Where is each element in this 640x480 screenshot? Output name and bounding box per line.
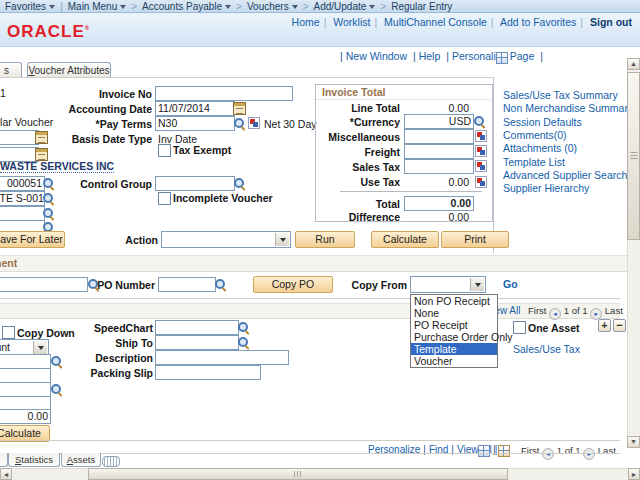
new-window-link[interactable]: New Window: [346, 50, 407, 62]
attachments-link[interactable]: Attachments (0): [503, 142, 577, 154]
invoice-date-input[interactable]: [0, 130, 39, 145]
go-link[interactable]: Go: [503, 278, 518, 290]
accounting-date-input[interactable]: 11/07/2014: [155, 101, 235, 116]
sales-use-tax-link[interactable]: Sales/Use Tax: [513, 343, 580, 355]
total-input[interactable]: 0.00: [404, 196, 474, 211]
supplier-name-link[interactable]: WASTE SERVICES INC: [0, 160, 114, 173]
po-number-input[interactable]: [158, 277, 216, 292]
comments-link[interactable]: Comments(0): [503, 129, 567, 141]
pay-terms-input[interactable]: N30: [155, 116, 235, 131]
freight-input[interactable]: [404, 144, 474, 159]
multichannel-console-link[interactable]: MultiChannel Console: [384, 16, 487, 28]
pay-terms-detail-icon[interactable]: [248, 117, 260, 129]
incomplete-voucher-checkbox[interactable]: [158, 192, 171, 205]
speedchart-lookup-icon[interactable]: [237, 321, 250, 334]
vertical-scroll-thumb[interactable]: [627, 72, 640, 240]
supplier-location-lookup-icon[interactable]: [42, 207, 55, 220]
zoom-grid-icon[interactable]: [478, 445, 490, 457]
sales-tax-input[interactable]: [404, 159, 474, 174]
sales-tax-detail-icon[interactable]: [475, 160, 487, 172]
item-lookup-icon[interactable]: [50, 355, 63, 368]
description-input[interactable]: [155, 350, 289, 365]
option-purchase-order-only[interactable]: Purchase Order Only: [411, 331, 497, 343]
scroll-up-icon[interactable]: ▲: [627, 58, 640, 70]
uom-input[interactable]: [0, 382, 51, 397]
download-icon[interactable]: [498, 445, 510, 457]
ship-to-lookup-icon[interactable]: [237, 336, 250, 349]
next-page-icon[interactable]: ▸: [583, 448, 595, 460]
po-number-lookup-icon[interactable]: [214, 278, 227, 291]
option-non-po-receipt[interactable]: Non PO Receipt: [411, 295, 497, 307]
option-none[interactable]: None: [411, 307, 497, 319]
supplier-shortname-input[interactable]: WASTE S-001: [0, 191, 45, 206]
session-defaults-link[interactable]: Session Defaults: [503, 116, 582, 128]
previous-page-icon[interactable]: ◂: [549, 308, 561, 320]
currency-input[interactable]: USD: [404, 114, 474, 129]
ship-to-input[interactable]: [155, 335, 239, 350]
add-row-button[interactable]: +: [598, 319, 611, 332]
run-button[interactable]: Run: [295, 231, 355, 248]
home-link[interactable]: Home: [292, 16, 320, 28]
supplier-location-input[interactable]: [0, 206, 45, 221]
favorites-menu[interactable]: Favorites: [5, 1, 55, 12]
main-menu[interactable]: Main Menu: [68, 1, 126, 12]
freight-detail-icon[interactable]: [475, 145, 487, 157]
breadcrumb-accounts-payable[interactable]: Accounts Payable: [142, 1, 231, 12]
calculate-button[interactable]: Calculate: [371, 231, 439, 248]
previous-page-icon[interactable]: ◂: [542, 448, 554, 460]
worklist-link[interactable]: Worklist: [333, 16, 370, 28]
quantity-input[interactable]: [0, 368, 51, 383]
tab-voucher-attributes[interactable]: Voucher Attributes: [27, 62, 111, 78]
scroll-left-icon[interactable]: ◄: [0, 468, 12, 480]
pay-terms-lookup-icon[interactable]: [233, 117, 246, 130]
invoice-no-input[interactable]: [155, 86, 293, 101]
calendar-icon[interactable]: [233, 102, 246, 115]
action-select[interactable]: [161, 231, 291, 248]
sales-use-tax-summary-link[interactable]: Sales/Use Tax Summary: [503, 89, 618, 101]
copy-down-checkbox[interactable]: [2, 326, 15, 339]
header-band: Home| Worklist| MultiChannel Console| Ad…: [0, 13, 640, 47]
supplier-hierarchy-link[interactable]: Supplier Hierarchy: [503, 182, 589, 194]
template-list-link[interactable]: Template List: [503, 156, 565, 168]
help-link[interactable]: Help: [419, 50, 441, 62]
control-group-input[interactable]: [155, 176, 235, 191]
tab-partial-left[interactable]: s: [0, 62, 22, 78]
non-merchandise-summary-link[interactable]: Non Merchandise Summary: [503, 102, 633, 114]
supplier-shortname-lookup-icon[interactable]: [42, 192, 55, 205]
tax-exempt-checkbox[interactable]: [158, 144, 171, 157]
advanced-supplier-search-link[interactable]: Advanced Supplier Search: [503, 169, 627, 181]
bottom-tab-statistics[interactable]: Statistics: [8, 453, 60, 467]
copy-from-select[interactable]: [410, 276, 486, 293]
add-to-favorites-link[interactable]: Add to Favorites: [500, 16, 576, 28]
speedchart-input[interactable]: [155, 320, 239, 335]
packing-slip-input[interactable]: [155, 365, 261, 380]
personalize-page-link[interactable]: Personalize Page: [452, 50, 534, 62]
bottom-tab-partial[interactable]: e: [0, 453, 8, 467]
currency-lookup-icon[interactable]: [473, 115, 486, 128]
scroll-right-icon[interactable]: ►: [628, 468, 640, 480]
print-button[interactable]: Print: [441, 231, 509, 248]
tab-overflow-icon[interactable]: [102, 456, 120, 467]
line-amount-input[interactable]: 0.00: [0, 409, 51, 424]
copy-source-input[interactable]: [0, 277, 88, 292]
supplier-id-input[interactable]: 000051: [0, 176, 45, 191]
scroll-down-icon[interactable]: ▼: [627, 436, 640, 448]
http-icon[interactable]: [496, 52, 508, 64]
copy-po-button[interactable]: Copy PO: [253, 276, 333, 293]
bottom-tab-assets[interactable]: Assets: [61, 453, 101, 467]
breadcrumb-add-update[interactable]: Add/Update: [314, 1, 376, 12]
use-tax-detail-icon[interactable]: [475, 176, 487, 188]
sign-out-link[interactable]: Sign out: [590, 16, 632, 28]
one-asset-checkbox[interactable]: [513, 321, 526, 334]
breadcrumb-vouchers[interactable]: Vouchers: [247, 1, 298, 12]
uom-lookup-icon[interactable]: [50, 383, 63, 396]
delete-row-button[interactable]: −: [613, 319, 626, 332]
miscellaneous-detail-icon[interactable]: [475, 130, 487, 142]
horizontal-scroll-thumb[interactable]: [88, 468, 508, 480]
option-po-receipt[interactable]: PO Receipt: [411, 319, 497, 331]
option-template-selected[interactable]: Template: [411, 343, 497, 355]
option-voucher[interactable]: Voucher: [411, 355, 497, 367]
control-group-lookup-icon[interactable]: [233, 177, 246, 190]
miscellaneous-input[interactable]: [404, 129, 474, 144]
item-input[interactable]: [0, 354, 51, 369]
